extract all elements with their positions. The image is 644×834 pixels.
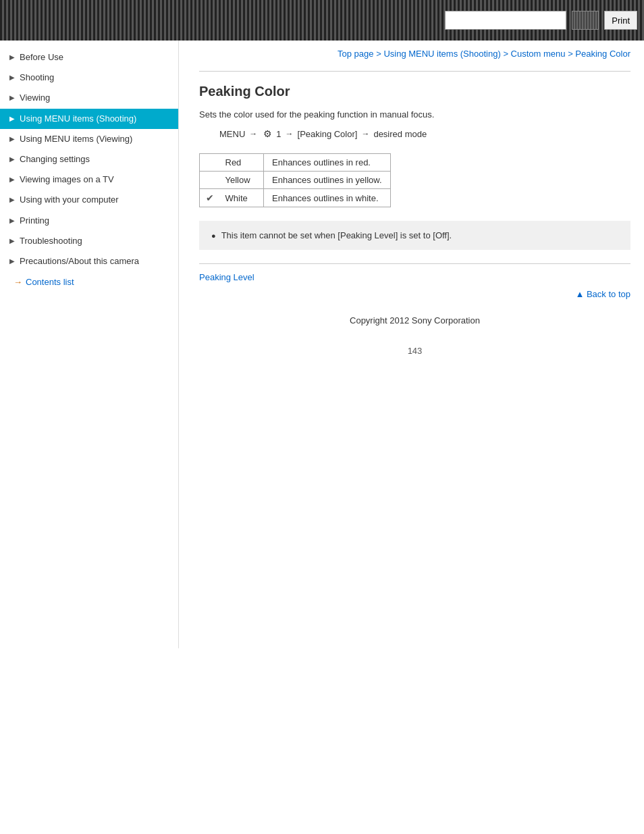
- sidebar-label: Changing settings: [20, 153, 90, 165]
- table-row: Red Enhances outlines in red.: [200, 154, 391, 172]
- table-label-cell: Red: [220, 154, 264, 172]
- sidebar-label: Viewing images on a TV: [20, 174, 114, 186]
- top-divider: [199, 71, 630, 72]
- page-layout: ▶ Before Use ▶ Shooting ▶ Viewing ▶ Usin…: [0, 41, 644, 648]
- go-button[interactable]: [572, 11, 599, 30]
- arrow-icon: ▶: [9, 236, 16, 246]
- contents-list-label: Contents list: [26, 277, 74, 287]
- sidebar-item-before-use[interactable]: ▶ Before Use: [0, 47, 178, 68]
- sidebar-item-precautions[interactable]: ▶ Precautions/About this camera: [0, 251, 178, 271]
- breadcrumb-submenu[interactable]: Custom menu: [511, 49, 566, 59]
- table-desc-cell: Enhances outlines in red.: [264, 154, 391, 172]
- gear-icon: ⚙: [261, 128, 273, 140]
- breadcrumb: Top page > Using MENU items (Shooting) >…: [199, 41, 630, 66]
- breadcrumb-sep2: >: [501, 49, 511, 59]
- note-box: This item cannot be set when [Peaking Le…: [199, 221, 630, 250]
- main-content: Top page > Using MENU items (Shooting) >…: [179, 41, 644, 648]
- table-row: ✔ White Enhances outlines in white.: [200, 189, 391, 207]
- sidebar-label: Using MENU items (Viewing): [20, 133, 132, 145]
- arrow-icon: ▶: [9, 53, 16, 62]
- sidebar-label: Before Use: [20, 51, 63, 63]
- footer: Copyright 2012 Sony Corporation: [199, 306, 630, 339]
- gear-number: 1: [276, 129, 281, 139]
- menu-path: MENU → ⚙1 → [Peaking Color] → desired mo…: [219, 128, 630, 140]
- note-item: This item cannot be set when [Peaking Le…: [211, 230, 618, 240]
- page-number: 143: [199, 339, 630, 363]
- page-title: Peaking Color: [199, 84, 630, 99]
- checkmark-icon: ✔: [206, 192, 214, 203]
- arrow-icon: ▶: [9, 155, 16, 164]
- description: Sets the color used for the peaking func…: [199, 109, 630, 120]
- sidebar-label: Using MENU items (Shooting): [20, 113, 136, 125]
- arrow-icon: ▶: [9, 114, 16, 124]
- table-icon-cell: ✔: [200, 189, 220, 207]
- sidebar-item-printing[interactable]: ▶ Printing: [0, 211, 178, 231]
- sidebar-item-changing-settings[interactable]: ▶ Changing settings: [0, 149, 178, 170]
- sidebar-label: Using with your computer: [20, 194, 119, 206]
- arrow-icon: ▶: [9, 195, 16, 205]
- sidebar-item-shooting[interactable]: ▶ Shooting: [0, 68, 178, 88]
- sidebar-label: Viewing: [20, 92, 50, 104]
- table-row: Yellow Enhances outlines in yellow.: [200, 172, 391, 189]
- table-desc-cell: Enhances outlines in white.: [264, 189, 391, 207]
- arrow-icon-1: →: [249, 129, 257, 138]
- search-input[interactable]: [445, 11, 566, 30]
- sidebar-item-troubleshooting[interactable]: ▶ Troubleshooting: [0, 231, 178, 251]
- table-icon-cell: [200, 154, 220, 172]
- arrow-icon: ▶: [9, 216, 16, 226]
- breadcrumb-page: Peaking Color: [575, 49, 630, 59]
- menu-label: MENU: [219, 129, 245, 139]
- breadcrumb-sep1: >: [374, 49, 384, 59]
- breadcrumb-sep3: >: [566, 49, 576, 59]
- options-table: Red Enhances outlines in red. Yellow Enh…: [199, 153, 391, 207]
- arrow-icon: ▶: [9, 93, 16, 103]
- print-button[interactable]: Print: [604, 11, 637, 30]
- arrow-icon-3: →: [361, 129, 369, 138]
- sidebar-item-using-menu-viewing[interactable]: ▶ Using MENU items (Viewing): [0, 129, 178, 149]
- sidebar-item-using-computer[interactable]: ▶ Using with your computer: [0, 190, 178, 210]
- menu-bracket: [Peaking Color]: [298, 129, 358, 139]
- arrow-icon: ▶: [9, 175, 16, 184]
- sidebar-label: Shooting: [20, 72, 54, 84]
- related-link[interactable]: Peaking Level: [199, 272, 254, 282]
- table-desc-cell: Enhances outlines in yellow.: [264, 172, 391, 189]
- contents-list-link[interactable]: Contents list: [0, 271, 178, 292]
- bottom-divider: [199, 263, 630, 264]
- table-label-cell: White: [220, 189, 264, 207]
- table-label-cell: Yellow: [220, 172, 264, 189]
- arrow-icon: ▶: [9, 73, 16, 82]
- breadcrumb-section[interactable]: Using MENU items (Shooting): [383, 49, 500, 59]
- sidebar: ▶ Before Use ▶ Shooting ▶ Viewing ▶ Usin…: [0, 41, 179, 648]
- sidebar-label: Printing: [20, 215, 49, 227]
- sidebar-item-using-menu-shooting[interactable]: ▶ Using MENU items (Shooting): [0, 109, 178, 129]
- page-title-area: Peaking Color: [199, 84, 630, 99]
- sidebar-label: Precautions/About this camera: [20, 255, 139, 267]
- sidebar-item-viewing[interactable]: ▶ Viewing: [0, 88, 178, 108]
- back-to-top[interactable]: ▲ Back to top: [199, 282, 630, 306]
- breadcrumb-top[interactable]: Top page: [338, 49, 374, 59]
- back-to-top-link[interactable]: ▲ Back to top: [575, 289, 630, 299]
- sidebar-label: Troubleshooting: [20, 235, 82, 247]
- table-icon-cell: [200, 172, 220, 189]
- arrow-icon: ▶: [9, 134, 16, 144]
- sidebar-item-viewing-tv[interactable]: ▶ Viewing images on a TV: [0, 170, 178, 190]
- arrow-icon-2: →: [286, 129, 294, 138]
- header: Print: [0, 0, 644, 41]
- menu-end: desired mode: [373, 129, 427, 139]
- arrow-icon: ▶: [9, 257, 16, 266]
